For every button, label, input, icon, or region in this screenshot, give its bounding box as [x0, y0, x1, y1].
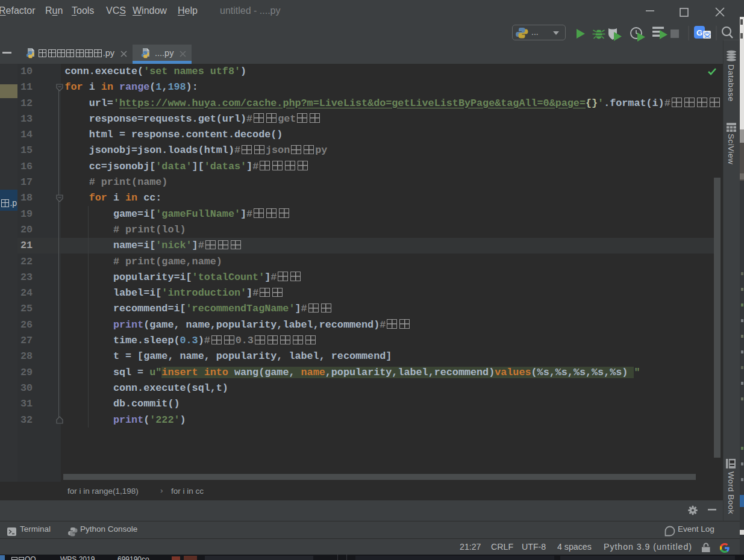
svg-text:...: ...	[531, 27, 539, 37]
svg-text:G: G	[696, 28, 702, 37]
